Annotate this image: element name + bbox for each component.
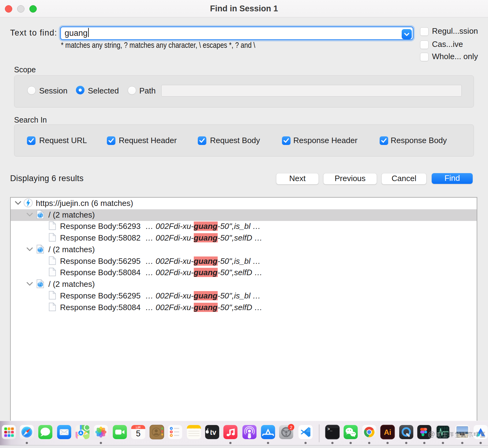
svg-text:12: 12 (136, 426, 139, 429)
svg-text:tv: tv (210, 428, 216, 436)
svg-text:Ai: Ai (384, 428, 391, 436)
svg-text:5: 5 (136, 429, 141, 438)
svg-text:>_: >_ (327, 427, 332, 431)
svg-text:2: 2 (290, 425, 292, 430)
